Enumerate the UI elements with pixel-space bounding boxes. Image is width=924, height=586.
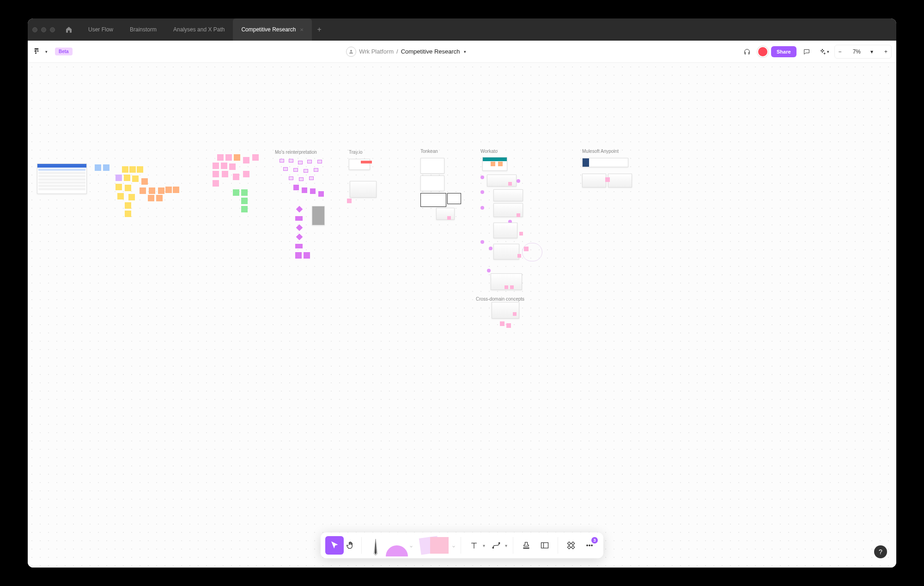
pencil-tool[interactable] <box>365 535 386 556</box>
connector-tool[interactable] <box>487 536 505 555</box>
zoom-in-button[interactable]: + <box>881 48 891 55</box>
tab-competitive-research[interactable]: Competitive Research✕ <box>233 18 311 41</box>
cluster-pink-stickies[interactable] <box>213 154 277 219</box>
frame-label: Mo's reinterpretation <box>275 150 317 155</box>
home-icon[interactable] <box>65 26 73 33</box>
zoom-out-button[interactable]: − <box>835 48 845 55</box>
svg-rect-3 <box>541 543 548 548</box>
svg-point-0 <box>350 50 352 52</box>
svg-point-11 <box>591 545 593 546</box>
figma-menu-icon[interactable] <box>32 48 41 56</box>
tab-strip: User Flow Brainstorm Analyses and X Path… <box>80 18 327 41</box>
canvas[interactable]: Mo's reinterpretation <box>28 63 896 568</box>
more-badge: 3 <box>591 537 598 544</box>
traffic-min[interactable] <box>41 27 46 32</box>
chevron-down-icon[interactable]: ▾ <box>45 49 48 54</box>
owner-avatar[interactable] <box>346 47 356 57</box>
zoom-controls: − 7% ▾ + <box>834 45 892 59</box>
svg-rect-8 <box>571 546 575 549</box>
file-chevron-icon[interactable]: ▾ <box>464 49 466 54</box>
traffic-lights <box>32 27 55 32</box>
breadcrumb: Wrk Platform / Competitive Research ▾ <box>346 47 466 57</box>
svg-rect-5 <box>567 542 571 545</box>
template-tool[interactable] <box>535 536 554 555</box>
close-icon[interactable]: ✕ <box>300 27 304 32</box>
tab-analyses[interactable]: Analyses and X Path <box>165 18 233 41</box>
zoom-value[interactable]: 7% ▾ <box>845 48 881 55</box>
add-tab-button[interactable]: + <box>312 25 327 34</box>
cluster-yellow-stickies[interactable] <box>116 165 189 221</box>
frame-label: Tray.io <box>349 150 362 155</box>
select-tool[interactable] <box>325 536 344 555</box>
frame-label: Cross-domain concepts <box>476 296 524 302</box>
frame-tonkean[interactable]: Tonkean <box>420 155 471 234</box>
breadcrumb-team[interactable]: Wrk Platform <box>359 48 394 55</box>
draw-chevron-icon[interactable]: ⌵ <box>408 543 414 548</box>
svg-point-2 <box>498 543 500 544</box>
svg-rect-7 <box>567 546 571 549</box>
more-tools[interactable]: 3 <box>580 536 599 555</box>
text-tool[interactable] <box>465 536 483 555</box>
tab-brainstorm[interactable]: Brainstorm <box>122 18 165 41</box>
hand-tool[interactable] <box>344 538 358 552</box>
frame-label: Workato <box>480 149 498 154</box>
frame-matrix[interactable] <box>37 163 87 194</box>
share-button[interactable]: Share <box>771 46 796 57</box>
frame-mulesoft[interactable]: Mulesoft Anypoint <box>582 155 642 206</box>
beta-badge: Beta <box>55 48 73 55</box>
frame-label: Tonkean <box>420 149 438 154</box>
frame-tray[interactable]: Tray.io <box>349 156 386 211</box>
comment-icon[interactable] <box>799 44 814 59</box>
breadcrumb-file[interactable]: Competitive Research <box>401 48 460 55</box>
app-window: User Flow Brainstorm Analyses and X Path… <box>28 18 896 568</box>
titlebar: User Flow Brainstorm Analyses and X Path… <box>28 18 896 41</box>
svg-rect-6 <box>571 542 575 545</box>
marker-tool[interactable] <box>386 534 408 556</box>
frame-workato[interactable]: Workato <box>480 155 554 349</box>
sticky-chevron-icon[interactable]: ⌵ <box>450 543 457 548</box>
frame-label: Mulesoft Anypoint <box>582 149 619 154</box>
widgets-tool[interactable] <box>562 536 580 555</box>
top-toolbar: ▾ Beta Wrk Platform / Competitive Resear… <box>28 41 896 63</box>
traffic-close[interactable] <box>32 27 37 32</box>
svg-point-9 <box>587 545 588 546</box>
help-button[interactable]: ? <box>874 545 887 558</box>
svg-point-10 <box>589 545 590 546</box>
frame-mo-reinterpretation[interactable]: Mo's reinterpretation <box>275 156 330 281</box>
user-avatar[interactable] <box>757 46 768 57</box>
traffic-max[interactable] <box>50 27 55 32</box>
svg-point-1 <box>492 547 494 549</box>
tab-user-flow[interactable]: User Flow <box>80 18 122 41</box>
stamp-tool[interactable] <box>517 536 535 555</box>
bottom-toolbar: ⌵ ⌵ ▾ ▾ <box>321 532 603 558</box>
sticky-tool[interactable] <box>418 536 450 555</box>
headphones-icon[interactable] <box>740 44 754 59</box>
sparkle-icon[interactable]: ▾ <box>817 44 832 59</box>
